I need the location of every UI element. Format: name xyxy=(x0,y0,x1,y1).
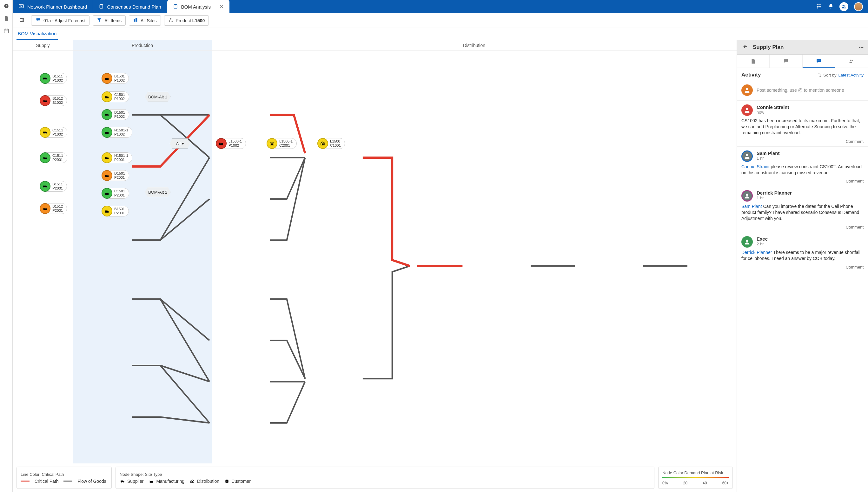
feed-author: Exec xyxy=(757,236,768,242)
sp-tab-chat[interactable] xyxy=(770,55,802,68)
svg-point-7 xyxy=(817,6,818,7)
document-icon[interactable] xyxy=(3,16,9,22)
all-items-button[interactable]: All Items xyxy=(93,15,126,26)
svg-rect-18 xyxy=(170,18,171,19)
mention[interactable]: Connie Straint xyxy=(741,164,770,169)
bom-alt-1[interactable]: BOM-Alt 1 xyxy=(145,92,171,102)
bom-node[interactable]: D1501P2001 xyxy=(102,170,129,181)
svg-rect-38 xyxy=(192,481,193,483)
gradient-bar xyxy=(662,477,729,478)
mention[interactable]: Sam Plant xyxy=(741,204,762,209)
bom-node[interactable]: B1501P2001 xyxy=(102,206,129,217)
clock-icon[interactable] xyxy=(3,3,9,10)
sp-tab-messages[interactable] xyxy=(802,55,835,68)
manufacturing-icon xyxy=(149,479,154,484)
node-center[interactable]: L1500-1P1002 xyxy=(216,138,246,149)
comment-link[interactable]: Comment xyxy=(741,265,864,270)
node-label: B1512P2001 xyxy=(52,204,63,212)
settings-icon[interactable] xyxy=(17,15,28,26)
comment-link[interactable]: Comment xyxy=(741,225,864,229)
comment-link[interactable]: Comment xyxy=(741,139,864,144)
node-label: D1501P1002 xyxy=(114,110,125,118)
feed-item: Sam Plant1 hrConnie Straint please revie… xyxy=(737,147,868,187)
tab-consensus[interactable]: Consensus Demand Plan xyxy=(93,0,167,13)
node-label: B1511P2001 xyxy=(52,182,63,190)
feed-body: Sam Plant Can you improve the dates for … xyxy=(741,203,864,222)
left-rail xyxy=(0,0,13,492)
svg-point-45 xyxy=(852,60,853,61)
svg-point-22 xyxy=(44,79,45,80)
side-panel: Supply Plan ••• Activity ⇅ Sort by Lates… xyxy=(737,40,868,492)
svg-point-9 xyxy=(817,7,818,8)
group-icon[interactable] xyxy=(839,2,848,11)
node-dist-1[interactable]: L1500-1C2001 xyxy=(266,138,297,149)
bom-node[interactable]: D1501P1002 xyxy=(102,109,129,120)
manufacturing-icon xyxy=(102,73,112,84)
bom-node[interactable]: B1511P2001 xyxy=(40,181,67,192)
svg-point-31 xyxy=(106,115,106,116)
sub-tab-bom-viz[interactable]: BOM Visualization xyxy=(17,28,58,40)
tab-dashboard[interactable]: Network Planner Dashboard xyxy=(13,0,93,13)
sort-control[interactable]: ⇅ Sort by Latest Activity xyxy=(818,73,864,77)
tab-label: Consensus Demand Plan xyxy=(107,4,161,9)
bom-node[interactable]: B1501P1002 xyxy=(102,73,129,84)
mention[interactable]: Derrick Planner xyxy=(741,250,772,255)
svg-rect-19 xyxy=(169,21,170,22)
bom-node[interactable]: C1501P2001 xyxy=(102,188,129,199)
bom-node[interactable]: H1501-1P2001 xyxy=(102,152,132,163)
bom-node[interactable]: C1511P1002 xyxy=(40,127,67,138)
manufacturing-icon xyxy=(102,206,112,217)
clipboard-icon xyxy=(99,3,104,10)
col-header-production: Production xyxy=(73,40,212,50)
svg-point-44 xyxy=(850,59,851,61)
supplier-icon xyxy=(40,181,50,192)
tab-bom[interactable]: BOM Analysis ✕ xyxy=(167,0,229,13)
svg-rect-41 xyxy=(817,59,821,62)
bell-icon[interactable] xyxy=(828,3,834,10)
feed-author: Connie Straint xyxy=(757,104,789,110)
more-icon[interactable]: ••• xyxy=(859,45,864,50)
product-button[interactable]: Product L1500 xyxy=(164,15,209,26)
bom-node[interactable]: H1501-1P1002 xyxy=(102,127,132,138)
node-label: B1511P1002 xyxy=(52,74,63,82)
bom-node[interactable]: C1501P1002 xyxy=(102,92,129,102)
node-label: B1512S1002 xyxy=(52,97,63,104)
close-icon[interactable]: ✕ xyxy=(220,4,224,9)
feed-time: 1 hr xyxy=(757,196,792,200)
svg-point-26 xyxy=(46,133,46,133)
svg-point-23 xyxy=(46,79,46,80)
svg-point-14 xyxy=(23,20,24,21)
svg-rect-16 xyxy=(134,19,135,22)
manufacturing-icon xyxy=(102,152,112,163)
feed-body: Connie Straint please review constraint … xyxy=(741,164,864,176)
svg-point-46 xyxy=(746,88,748,90)
legend-title: Node Shape: Site Type xyxy=(120,472,650,477)
back-arrow-icon[interactable] xyxy=(741,44,748,51)
customer-icon: $ xyxy=(224,479,229,484)
bom-node[interactable]: C1511P2001 xyxy=(40,152,67,163)
svg-point-49 xyxy=(746,194,748,196)
bom-node[interactable]: B1511P1002 xyxy=(40,73,67,84)
top-tabs: Network Planner Dashboard Consensus Dema… xyxy=(13,0,868,13)
list-icon[interactable] xyxy=(816,3,822,10)
bom-node[interactable]: B1512P2001 xyxy=(40,203,67,214)
tab-label: Network Planner Dashboard xyxy=(27,4,87,9)
bom-node[interactable]: B1512S1002 xyxy=(40,95,67,106)
sp-tab-people[interactable] xyxy=(835,55,868,68)
chart-icon xyxy=(19,3,24,10)
feed-time: now xyxy=(757,110,789,115)
post-composer[interactable]: Post something, use @ to mention someone xyxy=(737,82,868,101)
adjust-forecast-button[interactable]: 01a - Adjust Forecast xyxy=(31,15,90,26)
avatar-icon xyxy=(741,150,753,162)
bom-all[interactable]: All ▾ xyxy=(170,139,190,149)
user-avatar[interactable] xyxy=(854,2,863,11)
supplier-icon xyxy=(40,73,50,84)
bom-alt-2[interactable]: BOM-Alt 2 xyxy=(145,187,171,197)
button-label: 01a - Adjust Forecast xyxy=(44,18,85,23)
node-dist-2[interactable]: L1500C1001 xyxy=(317,138,345,149)
comment-link[interactable]: Comment xyxy=(741,179,864,183)
manufacturing-icon xyxy=(102,170,112,181)
all-sites-button[interactable]: All Sites xyxy=(129,15,161,26)
calendar-icon[interactable] xyxy=(3,28,9,34)
sp-tab-doc[interactable] xyxy=(737,55,770,68)
